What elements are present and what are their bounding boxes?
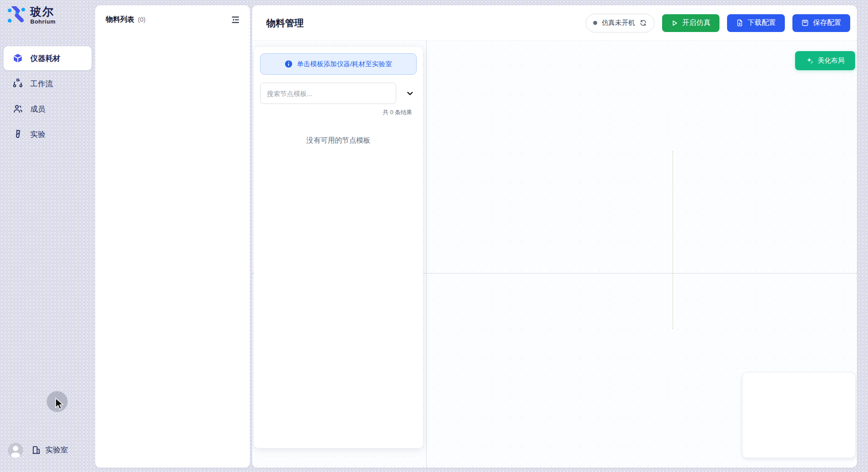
material-list-count: (0) (138, 16, 145, 23)
workflow-icon (12, 78, 23, 89)
collapse-panel-button[interactable] (229, 14, 241, 25)
canvas-minimap[interactable] (743, 373, 855, 458)
material-list-header: 物料列表 (0) (95, 5, 250, 34)
start-simulation-button[interactable]: 开启仿真 (662, 14, 719, 32)
save-config-label: 保存配置 (813, 18, 841, 28)
page-header: 物料管理 仿真未开机 开启仿真 (252, 5, 857, 41)
canvas-guideline-vertical (672, 151, 673, 329)
brand-text: 玻尔 Bohrium (30, 5, 56, 25)
avatar[interactable] (8, 443, 23, 458)
app-window: 玻尔 Bohrium 仪器耗材 工作流 (0, 0, 868, 472)
canvas-guideline-vertical (426, 41, 427, 468)
template-search-row (260, 83, 417, 104)
sidebar-item-label: 工作流 (30, 79, 53, 89)
menu-fold-icon (231, 15, 240, 24)
start-simulation-label: 开启仿真 (682, 18, 711, 28)
collapse-template-list-button[interactable] (403, 87, 417, 100)
sidebar-item-experiments[interactable]: 实验 (4, 122, 92, 146)
download-config-label: 下载配置 (747, 18, 776, 28)
cube-icon (12, 53, 23, 64)
chevron-down-icon (406, 89, 414, 98)
play-icon (671, 20, 678, 27)
header-actions: 仿真未开机 开启仿真 (586, 14, 850, 32)
bohrium-logo-icon (7, 6, 26, 25)
sidebar-item-members[interactable]: 成员 (4, 97, 92, 121)
empty-template-message: 没有可用的节点模板 (260, 136, 417, 145)
save-config-button[interactable]: 保存配置 (792, 14, 850, 32)
user-icon (8, 443, 23, 458)
download-config-button[interactable]: 下载配置 (727, 14, 785, 32)
brand-logo: 玻尔 Bohrium (7, 5, 56, 25)
sidebar-item-label: 实验 (30, 129, 45, 140)
sidebar-item-workflow[interactable]: 工作流 (4, 72, 92, 96)
material-list-panel: 物料列表 (0) (95, 5, 250, 468)
mouse-cursor (54, 397, 66, 411)
file-download-icon (736, 19, 743, 27)
material-list-title: 物料列表 (106, 15, 134, 24)
brand-name-zh: 玻尔 (30, 5, 56, 18)
beautify-layout-label: 美化布局 (818, 56, 844, 65)
brand-name-en: Bohrium (30, 18, 56, 25)
template-panel: 单击模板添加仪器/耗材至实验室 共 0 条结果 没有可用的节点模板 (254, 47, 423, 448)
experiment-icon (12, 129, 23, 140)
sidebar-item-label: 仪器耗材 (30, 53, 60, 64)
refresh-icon[interactable] (639, 19, 647, 27)
search-template-input[interactable] (260, 83, 396, 104)
members-icon (12, 104, 23, 114)
sidebar-item-lab[interactable]: 实验室 (31, 445, 68, 455)
status-dot (593, 21, 597, 25)
flow-canvas[interactable]: 单击模板添加仪器/耗材至实验室 共 0 条结果 没有可用的节点模板 (252, 41, 857, 468)
page-title: 物料管理 (266, 17, 304, 29)
search-results-count: 共 0 条结果 (260, 108, 417, 116)
lab-label: 实验室 (45, 445, 68, 455)
template-hint-text: 单击模板添加仪器/耗材至实验室 (297, 60, 392, 68)
sparkles-icon (806, 56, 814, 65)
save-icon (801, 19, 809, 27)
beautify-layout-button[interactable]: 美化布局 (795, 51, 855, 70)
status-label: 仿真未开机 (602, 19, 635, 27)
sidebar-item-instruments[interactable]: 仪器耗材 (4, 46, 92, 70)
building-icon (31, 445, 41, 455)
sidebar-item-label: 成员 (30, 104, 45, 114)
template-hint-banner: 单击模板添加仪器/耗材至实验室 (260, 53, 417, 75)
main-panel: 物料管理 仿真未开机 开启仿真 (252, 5, 857, 468)
info-icon (285, 60, 293, 68)
simulation-status-pill[interactable]: 仿真未开机 (586, 14, 655, 32)
